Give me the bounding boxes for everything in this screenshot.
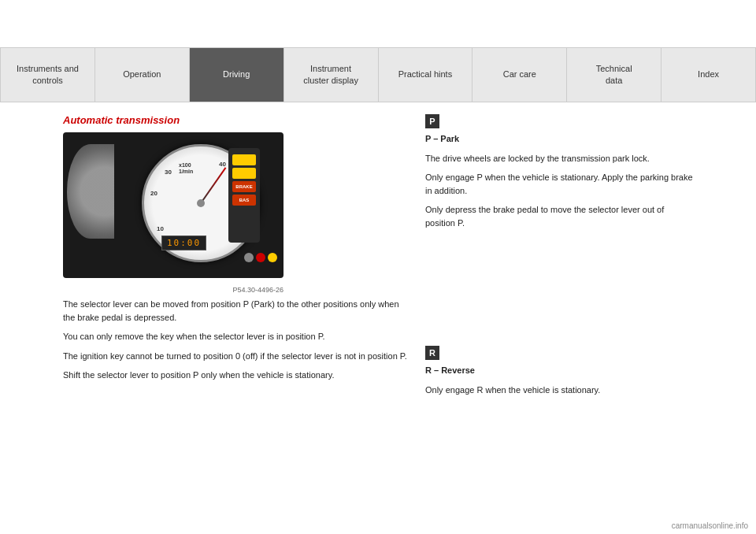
image-caption: P54.30-4496-26 bbox=[63, 286, 284, 294]
nav-item-instruments[interactable]: Instruments and controls bbox=[1, 48, 95, 102]
right-para-p4: Only depress the brake pedal to move the… bbox=[425, 203, 693, 229]
tick-20: 20 bbox=[150, 190, 158, 197]
nav-item-car-care[interactable]: Car care bbox=[472, 48, 567, 102]
nav-label-practical: Practical hints bbox=[398, 69, 452, 80]
right-para-p1: P – Park bbox=[425, 132, 693, 146]
left-body-text: The selector lever can be moved from pos… bbox=[63, 298, 410, 382]
left-column: Automatic transmission 5 10 20 30 x1001/… bbox=[63, 114, 410, 402]
right-column: P P – Park The drive wheels are locked b… bbox=[410, 114, 693, 402]
bottom-warning-icons bbox=[244, 253, 277, 262]
gauge-needle bbox=[200, 167, 226, 203]
nav-label-driving: Driving bbox=[223, 69, 250, 80]
p-marker: P bbox=[425, 114, 439, 128]
right-para-r1: R – Reverse bbox=[425, 364, 693, 377]
cluster-light-bas: BAS bbox=[232, 195, 256, 206]
nav-item-index[interactable]: Index bbox=[662, 48, 755, 102]
right-para-p2: The drive wheels are locked by the trans… bbox=[425, 152, 693, 165]
warning-icon-2 bbox=[256, 253, 265, 262]
left-para-2: You can only remove the key when the sel… bbox=[63, 330, 410, 343]
nav-label-operation: Operation bbox=[123, 69, 161, 80]
right-cluster-panel: BRAKE BAS bbox=[228, 148, 260, 243]
nav-label-index: Index bbox=[698, 69, 719, 80]
left-para-4: Shift the selector lever to position P o… bbox=[63, 369, 410, 382]
nav-item-operation[interactable]: Operation bbox=[95, 48, 190, 102]
nav-item-technical[interactable]: Technicaldata bbox=[567, 48, 662, 102]
cluster-light-2 bbox=[232, 168, 256, 179]
gauge-center bbox=[197, 199, 205, 207]
right-spacer bbox=[425, 235, 693, 346]
nav-label-technical: Technicaldata bbox=[596, 63, 632, 87]
nav-label-cluster: Instrumentcluster display bbox=[303, 63, 358, 87]
r-marker: R bbox=[425, 346, 439, 360]
dashboard-image: 5 10 20 30 x1001/min 40 50 60 70 bbox=[63, 132, 284, 278]
gauge-unit: x1001/min bbox=[179, 162, 193, 176]
right-para-p3: Only engage P when the vehicle is statio… bbox=[425, 171, 693, 197]
nav-label-car-care: Car care bbox=[503, 69, 536, 80]
warning-icon-3 bbox=[268, 253, 277, 262]
nav-item-cluster[interactable]: Instrumentcluster display bbox=[284, 48, 379, 102]
nav-label-instruments: Instruments and controls bbox=[6, 63, 90, 87]
warning-icon-1 bbox=[244, 253, 254, 262]
nav-item-driving[interactable]: Driving bbox=[190, 48, 284, 102]
r-section: R R – Reverse Only engage R when the veh… bbox=[425, 346, 693, 396]
nav-item-practical[interactable]: Practical hints bbox=[379, 48, 473, 102]
navigation-bar: Instruments and controls Operation Drivi… bbox=[0, 47, 756, 102]
tick-30: 30 bbox=[165, 169, 172, 176]
digital-display: 10:00 bbox=[161, 235, 206, 250]
right-para-r2: Only engage R when the vehicle is statio… bbox=[425, 384, 693, 397]
tick-10: 10 bbox=[157, 225, 164, 232]
cluster-light-1 bbox=[232, 154, 256, 165]
main-content: Automatic transmission 5 10 20 30 x1001/… bbox=[0, 106, 756, 410]
left-para-3: The ignition key cannot be turned to pos… bbox=[63, 350, 410, 363]
section-title: Automatic transmission bbox=[63, 114, 410, 126]
left-para-1: The selector lever can be moved from pos… bbox=[63, 298, 410, 324]
p-section: P P – Park The drive wheels are locked b… bbox=[425, 114, 693, 229]
cluster-light-brake: BRAKE bbox=[232, 181, 256, 192]
watermark: carmanualsonline.info bbox=[672, 521, 748, 530]
